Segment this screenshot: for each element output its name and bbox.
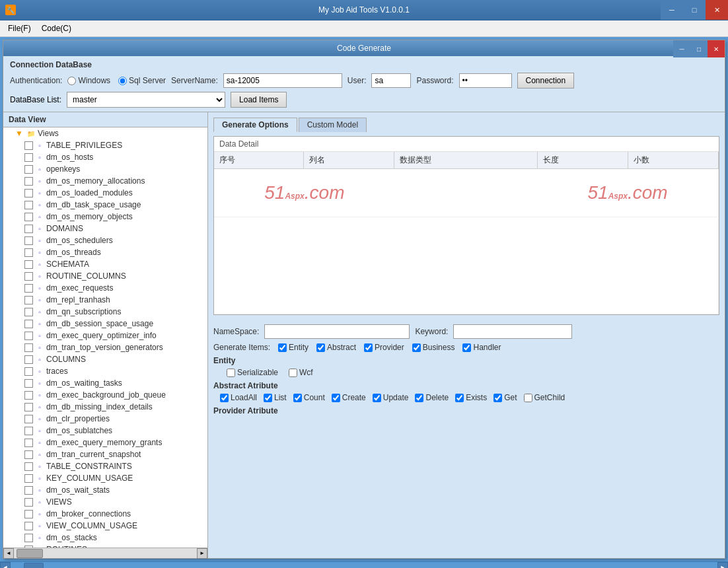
abstract-checkbox[interactable] (316, 343, 325, 352)
tree-item[interactable]: ▫ dm_os_schedulers (3, 234, 207, 246)
tree-checkbox[interactable] (24, 201, 33, 209)
database-select[interactable]: master tempdb model msdb (67, 92, 225, 108)
tree-item[interactable]: ▫ VIEWS (3, 496, 207, 508)
tree-item[interactable]: ▫ openkeys (3, 163, 207, 175)
provider-check-opt[interactable]: Provider (364, 343, 404, 352)
tree-item[interactable]: ▫ TABLE_CONSTRAINTS (3, 460, 207, 472)
getchild-checkbox[interactable] (524, 394, 532, 402)
wcf-check-opt[interactable]: Wcf (289, 368, 313, 377)
tree-item[interactable]: ▫ KEY_COLUMN_USAGE (3, 472, 207, 484)
wcf-checkbox[interactable] (289, 369, 297, 377)
tree-item[interactable]: ▫ dm_os_hosts (3, 151, 207, 163)
tree-checkbox[interactable] (24, 141, 33, 150)
tree-item[interactable]: ▫ dm_repl_tranhash (3, 294, 207, 306)
tree-checkbox[interactable] (24, 522, 33, 530)
create-checkbox[interactable] (332, 394, 340, 402)
server-input[interactable] (223, 73, 342, 88)
tree-checkbox[interactable] (24, 272, 33, 281)
tree-item[interactable]: ▫ dm_os_wait_stats (3, 484, 207, 496)
tree-item[interactable]: ▫ dm_exec_query_memory_grants (3, 437, 207, 448)
serializable-check-opt[interactable]: Serializable (227, 368, 278, 377)
delete-checkbox[interactable] (415, 394, 423, 402)
tree-checkbox[interactable] (24, 486, 33, 495)
count-checkbox[interactable] (293, 394, 302, 402)
create-check-opt[interactable]: Create (332, 393, 366, 402)
tree-item[interactable]: ▫ dm_os_sublatches (3, 425, 207, 437)
tree-checkbox[interactable] (24, 534, 33, 542)
get-checkbox[interactable] (493, 394, 502, 402)
loadall-checkbox[interactable] (220, 394, 229, 402)
scroll-left-btn[interactable]: ◄ (3, 548, 14, 559)
business-checkbox[interactable] (412, 343, 421, 352)
count-check-opt[interactable]: Count (293, 393, 325, 402)
tree-checkbox[interactable] (24, 213, 33, 221)
handler-check-opt[interactable]: Handler (462, 343, 501, 352)
tree-checkbox[interactable] (24, 462, 33, 471)
auth-sqlserver-option[interactable]: Sql Server (118, 76, 166, 85)
tree-checkbox[interactable] (24, 165, 33, 174)
outer-scroll-right[interactable]: ► (717, 562, 728, 569)
tree-item[interactable]: ▫ dm_db_task_space_usage (3, 199, 207, 211)
load-items-button[interactable]: Load Items (231, 92, 287, 108)
tree-item[interactable]: ▫ TABLE_PRIVILEGES (3, 139, 207, 151)
outer-scroll-thumb[interactable] (24, 563, 44, 568)
tree-checkbox[interactable] (24, 355, 33, 364)
list-check-opt[interactable]: List (264, 393, 287, 402)
tree-checkbox[interactable] (24, 450, 33, 459)
tree-item[interactable]: ▫ ROUTINE_COLUMNS (3, 270, 207, 282)
tree-item[interactable]: ▫ SCHEMATA (3, 258, 207, 270)
loadall-check-opt[interactable]: LoadAll (220, 393, 257, 402)
list-checkbox[interactable] (264, 394, 272, 402)
sub-maximize-button[interactable]: □ (690, 40, 708, 57)
tree-checkbox[interactable] (24, 367, 33, 376)
tree-checkbox[interactable] (24, 308, 33, 316)
entity-checkbox[interactable] (278, 343, 287, 352)
tree-checkbox[interactable] (24, 403, 33, 411)
tree-checkbox[interactable] (24, 189, 33, 197)
namespace-input[interactable] (264, 324, 410, 339)
tree-checkbox[interactable] (24, 260, 33, 269)
exists-checkbox[interactable] (455, 394, 464, 402)
tree-container[interactable]: ▼ 📁 Views ▫ TABLE_PRIVILEGES ▫ dm_os_hos… (3, 127, 207, 548)
sub-minimize-button[interactable]: ─ (673, 40, 690, 57)
tree-item[interactable]: ▫ dm_os_threads (3, 246, 207, 258)
tree-item[interactable]: ▫ dm_os_memory_allocations (3, 175, 207, 187)
tree-item[interactable]: ▫ traces (3, 365, 207, 377)
tree-checkbox[interactable] (24, 415, 33, 423)
tree-checkbox[interactable] (24, 379, 33, 388)
auth-sqlserver-radio[interactable] (118, 77, 127, 85)
tree-item[interactable]: ▫ dm_exec_background_job_queue (3, 389, 207, 401)
get-check-opt[interactable]: Get (493, 393, 517, 402)
serializable-checkbox[interactable] (227, 369, 235, 377)
tree-item[interactable]: ▫ dm_db_missing_index_details (3, 401, 207, 413)
tree-checkbox[interactable] (24, 320, 33, 328)
sub-close-button[interactable]: ✕ (708, 40, 725, 57)
outer-scroll-left[interactable]: ◄ (0, 562, 11, 569)
tree-item[interactable]: ▫ dm_exec_requests (3, 282, 207, 294)
tree-checkbox[interactable] (24, 427, 33, 435)
tree-item[interactable]: ▫ dm_qn_subscriptions (3, 306, 207, 318)
tree-item[interactable]: ▫ DOMAINS (3, 223, 207, 234)
delete-check-opt[interactable]: Delete (415, 393, 449, 402)
tree-checkbox[interactable] (24, 332, 33, 340)
auth-windows-radio[interactable] (67, 77, 76, 85)
tree-checkbox[interactable] (24, 225, 33, 233)
tree-item[interactable]: ▫ dm_os_stacks (3, 532, 207, 544)
entity-check-opt[interactable]: Entity (278, 343, 309, 352)
provider-checkbox[interactable] (364, 343, 373, 352)
tree-checkbox[interactable] (24, 391, 33, 400)
tree-checkbox[interactable] (24, 153, 33, 162)
tree-item[interactable]: ▫ dm_broker_connections (3, 508, 207, 520)
tree-checkbox[interactable] (24, 177, 33, 186)
connection-button[interactable]: Connection (517, 73, 575, 89)
bottom-scroll-thumb[interactable] (17, 549, 43, 558)
tree-item[interactable]: ▫ dm_tran_top_version_generators (3, 341, 207, 353)
getchild-check-opt[interactable]: GetChild (524, 393, 565, 402)
minimize-button[interactable]: ─ (661, 0, 683, 20)
abstract-check-opt[interactable]: Abstract (316, 343, 356, 352)
tree-checkbox[interactable] (24, 248, 33, 257)
tree-checkbox[interactable] (24, 236, 33, 245)
close-button[interactable]: ✕ (706, 0, 728, 20)
tree-checkbox[interactable] (24, 510, 33, 518)
tree-checkbox[interactable] (24, 284, 33, 293)
